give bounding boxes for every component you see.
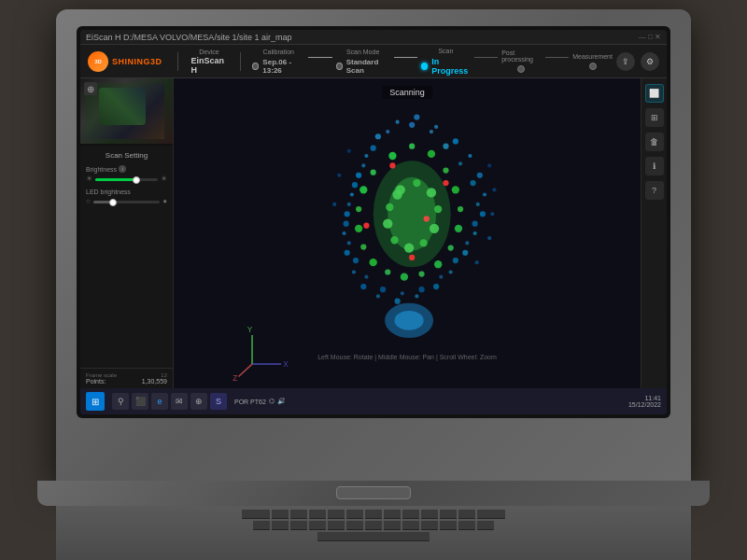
taskbar-icons: ⚲ ⬛ e ✉ ⊕ S	[112, 393, 227, 410]
key[interactable]	[328, 521, 345, 530]
key[interactable]	[365, 510, 382, 519]
key[interactable]	[477, 510, 505, 519]
svg-point-84	[395, 311, 424, 330]
scan-settings: Scan Setting Brightness i ☀	[80, 146, 173, 217]
key[interactable]	[253, 521, 270, 530]
svg-point-57	[401, 273, 408, 281]
brightness-thumb[interactable]	[133, 176, 140, 184]
info-button[interactable]: ℹ	[645, 157, 664, 175]
key[interactable]	[242, 510, 270, 519]
progress-scan: Scan In Progress	[421, 48, 470, 76]
taskbar-store-icon[interactable]: ⊕	[190, 393, 207, 410]
led-setting: LED brightness ○ ●	[86, 189, 167, 205]
svg-point-20	[342, 231, 345, 235]
led-small-icon: ○	[86, 197, 91, 205]
key[interactable]	[421, 510, 438, 519]
sun-large-icon: ☀	[161, 175, 167, 183]
svg-point-48	[409, 144, 415, 149]
zoom-button[interactable]: ⊕	[84, 82, 97, 95]
key[interactable]	[421, 521, 438, 530]
svg-point-12	[449, 270, 453, 273]
windows-start-button[interactable]: ⊞	[86, 392, 105, 411]
svg-point-15	[395, 299, 401, 304]
key[interactable]	[477, 521, 494, 530]
delete-button[interactable]: 🗑	[645, 133, 664, 151]
svg-point-81	[363, 223, 369, 229]
device-value: EinScan H	[190, 56, 227, 75]
key[interactable]	[402, 510, 419, 519]
led-thumb[interactable]	[109, 199, 117, 206]
led-slider[interactable]	[93, 201, 160, 203]
points-count: Points: 1,30,559	[86, 378, 167, 385]
volume-icon: 🔊	[277, 398, 286, 405]
progress-line-3	[474, 57, 499, 58]
camera-preview: ⊕	[80, 78, 173, 144]
key[interactable]	[458, 510, 475, 519]
key[interactable]	[384, 510, 401, 519]
taskbar-edge-icon[interactable]: e	[151, 393, 168, 410]
view-3d-button[interactable]: ⬜	[645, 84, 664, 103]
calib-dot	[252, 63, 259, 70]
svg-point-82	[424, 216, 430, 221]
keyboard-row-3	[75, 532, 672, 541]
key[interactable]	[290, 521, 307, 530]
svg-point-36	[418, 287, 424, 292]
svg-point-40	[353, 258, 359, 263]
svg-point-59	[370, 259, 377, 266]
view-mode-button[interactable]: ⊞	[645, 108, 664, 127]
keyboard-row-1	[75, 510, 672, 519]
svg-point-64	[371, 170, 376, 175]
device-label: Device	[199, 49, 218, 55]
svg-point-30	[470, 180, 475, 186]
nav-icons: ⇪ ⚙	[616, 52, 659, 71]
key[interactable]	[309, 510, 326, 519]
svg-point-87	[332, 203, 336, 206]
svg-point-39	[364, 275, 368, 279]
progress-measurement: Measurement	[572, 53, 613, 70]
key[interactable]	[272, 510, 289, 519]
top-nav: 3D SHINING3D Device EinScan H Calibratio…	[80, 45, 667, 78]
key[interactable]	[290, 510, 307, 519]
brightness-slider[interactable]	[95, 178, 158, 181]
scan-value: In Progress	[431, 57, 470, 76]
svg-point-19	[345, 250, 350, 256]
key[interactable]	[272, 521, 289, 530]
taskbar-apps-icon[interactable]: ⬛	[132, 393, 148, 410]
progress-scan-mode: Scan Mode Standard Scan	[336, 49, 390, 75]
key[interactable]	[440, 510, 457, 519]
svg-line-95	[238, 364, 252, 376]
taskbar-app-icon[interactable]: S	[210, 393, 227, 410]
svg-point-18	[352, 270, 356, 273]
svg-point-14	[415, 294, 418, 298]
share-icon[interactable]: ⇪	[616, 52, 635, 71]
taskbar-mail-icon[interactable]: ✉	[171, 393, 188, 410]
key[interactable]	[328, 510, 345, 519]
taskbar-search-icon[interactable]: ⚲	[112, 393, 129, 410]
sun-small-icon: ☀	[86, 175, 92, 183]
svg-point-92	[475, 260, 479, 264]
frame-info: Frame scale 12 Points: 1,30,559	[80, 368, 173, 388]
key[interactable]	[440, 521, 457, 530]
key[interactable]	[402, 521, 419, 530]
settings-icon[interactable]: ⚙	[641, 52, 659, 71]
touchpad[interactable]	[336, 486, 411, 499]
help-button[interactable]: ?	[645, 181, 664, 200]
svg-point-11	[462, 250, 468, 256]
svg-point-16	[376, 294, 380, 298]
key[interactable]	[365, 521, 382, 530]
svg-point-8	[483, 192, 486, 196]
taskbar-clock: 11:41 15/12/2022	[628, 395, 661, 408]
key[interactable]	[384, 521, 401, 530]
spacebar[interactable]	[317, 532, 430, 541]
3d-viewport[interactable]: Scanning	[174, 78, 641, 388]
key[interactable]	[458, 521, 475, 530]
key[interactable]	[346, 510, 363, 519]
screen-bezel: EiScan H D:/MESA VOLVO/MESA/site 1/site …	[77, 26, 670, 418]
progress-line-4	[545, 57, 570, 58]
svg-point-56	[418, 271, 424, 276]
svg-point-37	[401, 291, 404, 295]
key[interactable]	[309, 521, 326, 530]
svg-point-69	[427, 188, 436, 197]
svg-point-70	[434, 205, 442, 213]
key[interactable]	[346, 521, 363, 530]
